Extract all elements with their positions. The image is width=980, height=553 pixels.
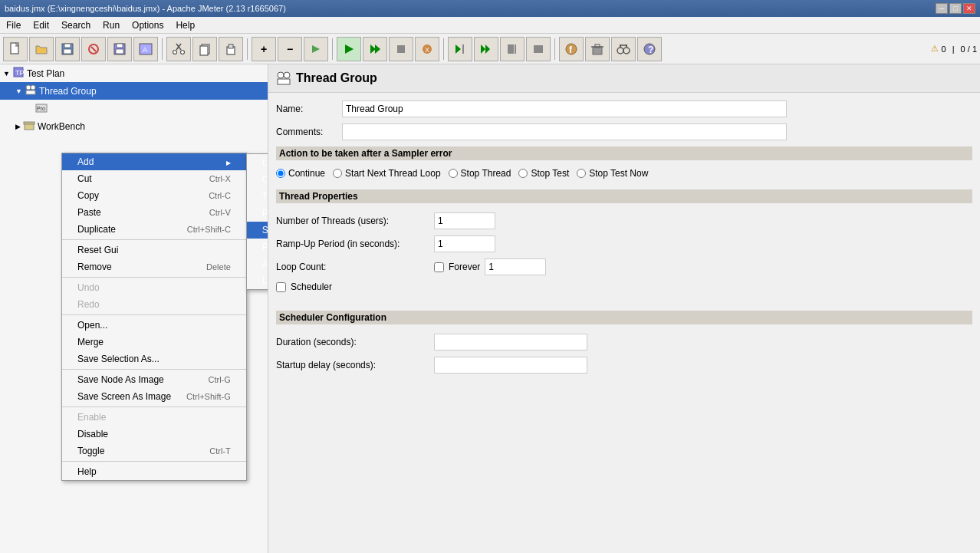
context-menu: Add Logic Controller Config Element Time…	[61, 153, 247, 481]
stop-button[interactable]	[389, 37, 413, 61]
ctx-disable[interactable]: Disable	[62, 426, 246, 443]
svg-point-55	[284, 72, 290, 78]
ctx-cut[interactable]: Cut Ctrl-X	[62, 170, 246, 187]
svg-text:Pro: Pro	[37, 106, 45, 111]
svg-marker-22	[375, 44, 380, 54]
ctx-paste[interactable]: Paste Ctrl-V	[62, 204, 246, 221]
close-button[interactable]: ✕	[963, 3, 975, 14]
maximize-button[interactable]: □	[949, 3, 962, 14]
collapse-button[interactable]: −	[278, 37, 302, 61]
tree-item-workbench[interactable]: ▶ Pro	[0, 100, 268, 117]
cut-button[interactable]	[166, 37, 191, 61]
menu-search[interactable]: Search	[55, 18, 97, 32]
scheduler-config-label: Scheduler Configuration	[276, 311, 972, 324]
error-action-label: Action to be taken after a Sampler error	[276, 146, 972, 160]
ctx-duplicate[interactable]: Duplicate Ctrl+Shift-C	[62, 221, 246, 238]
help-button[interactable]: ?	[637, 37, 662, 61]
radio-start-next-input[interactable]	[333, 169, 342, 178]
tree-item-thread-group[interactable]: ▼ Thread Group	[0, 82, 268, 100]
save-template-button[interactable]	[55, 37, 80, 61]
ctx-save-node[interactable]: Save Node As Image Ctrl-G	[62, 371, 246, 388]
ctx-help[interactable]: Help	[62, 463, 246, 480]
add-config-element[interactable]: Config Element	[247, 171, 268, 188]
function-helper-button[interactable]: f	[559, 37, 584, 61]
expand-button[interactable]: +	[252, 37, 276, 61]
radio-stop-test-input[interactable]	[518, 169, 528, 178]
paste-button[interactable]	[219, 37, 243, 61]
remote-start-button[interactable]	[448, 37, 472, 61]
new-button[interactable]	[3, 37, 28, 61]
name-label: Name:	[276, 104, 337, 114]
loop-count-label: Loop Count:	[276, 262, 429, 272]
panel-header: Thread Group	[268, 64, 980, 93]
svg-rect-32	[534, 45, 543, 53]
tree-item-workbench2[interactable]: ▶ WorkBench	[0, 117, 268, 135]
num-threads-input[interactable]	[434, 212, 495, 229]
thread-properties-section: Thread Properties Number of Threads (use…	[276, 189, 972, 304]
name-input[interactable]	[342, 100, 787, 117]
startup-delay-row: Startup delay (seconds):	[276, 357, 972, 374]
thread-properties-label: Thread Properties	[276, 189, 972, 203]
radio-continue-input[interactable]	[276, 169, 285, 178]
expand-icon-wb2: ▶	[15, 123, 21, 130]
add-pre-processors[interactable]: Pre Processors	[247, 205, 268, 222]
loop-count-input[interactable]	[485, 258, 546, 275]
ctx-sep1	[62, 239, 246, 240]
radio-stop-thread-input[interactable]	[449, 169, 458, 178]
open-button[interactable]	[29, 37, 54, 61]
revert-button[interactable]	[81, 37, 106, 61]
menu-help[interactable]: Help	[169, 18, 201, 32]
add-logic-controller[interactable]: Logic Controller	[247, 154, 268, 171]
ctx-save-screen[interactable]: Save Screen As Image Ctrl+Shift-G	[62, 388, 246, 405]
svg-rect-56	[278, 79, 290, 84]
menu-edit[interactable]: Edit	[27, 18, 55, 32]
ctx-add[interactable]: Add Logic Controller Config Element Time…	[62, 153, 246, 170]
clear-all-button[interactable]	[585, 37, 610, 61]
toolbar: A + − X f	[0, 34, 980, 64]
startup-delay-input[interactable]	[434, 357, 587, 374]
binoculars-button[interactable]	[611, 37, 636, 61]
radio-stop-test-now-input[interactable]	[577, 169, 586, 178]
loop-forever-checkbox[interactable]	[434, 262, 444, 272]
ctx-copy[interactable]: Copy Ctrl-C	[62, 187, 246, 204]
sep4	[443, 38, 444, 60]
save-button[interactable]	[107, 37, 132, 61]
svg-line-5	[91, 47, 96, 51]
menu-options[interactable]: Options	[126, 18, 169, 32]
remote-start-all-button[interactable]	[474, 37, 498, 61]
name-row: Name:	[276, 100, 972, 117]
minimize-button[interactable]: ─	[936, 3, 948, 14]
clear-button[interactable]: X	[415, 37, 439, 61]
titlebar-controls[interactable]: ─ □ ✕	[936, 3, 975, 14]
remote-stop-button[interactable]	[500, 37, 525, 61]
add-assertions[interactable]: Assertions	[247, 255, 268, 272]
ctx-merge[interactable]: Merge	[62, 334, 246, 351]
menu-file[interactable]: File	[0, 18, 27, 32]
ctx-enable: Enable	[62, 409, 246, 426]
add-post-processors[interactable]: Post Processors	[247, 239, 268, 255]
save-as-button[interactable]: A	[133, 37, 158, 61]
add-sampler[interactable]: Sampler Access Log Sampler AJP/1.3 Sampl…	[247, 222, 268, 239]
copy-button[interactable]	[192, 37, 217, 61]
ctx-reset-gui[interactable]: Reset Gui	[62, 242, 246, 258]
start-button[interactable]	[337, 37, 361, 61]
add-listener[interactable]: Listener	[247, 272, 268, 289]
ctx-open[interactable]: Open...	[62, 317, 246, 334]
ctx-toggle[interactable]: Toggle Ctrl-T	[62, 443, 246, 459]
ramp-up-input[interactable]	[434, 235, 495, 252]
start-no-pause-button[interactable]	[363, 37, 387, 61]
ctx-undo: Undo	[62, 279, 246, 296]
menu-run[interactable]: Run	[97, 18, 126, 32]
add-timer[interactable]: Timer	[247, 188, 268, 205]
loop-forever-label: Forever	[449, 262, 480, 272]
ctx-remove[interactable]: Remove Delete	[62, 258, 246, 275]
toggle-button[interactable]	[304, 37, 328, 61]
ctx-save-selection[interactable]: Save Selection As...	[62, 351, 246, 367]
tree-item-test-plan[interactable]: ▼ TP Test Plan	[0, 64, 268, 82]
remote-stop-all-button[interactable]	[526, 37, 551, 61]
test-plan-label: Test Plan	[27, 68, 64, 79]
svg-text:TP: TP	[15, 69, 25, 77]
scheduler-checkbox[interactable]	[276, 282, 286, 292]
comments-input[interactable]	[342, 123, 787, 140]
duration-input[interactable]	[434, 334, 587, 351]
